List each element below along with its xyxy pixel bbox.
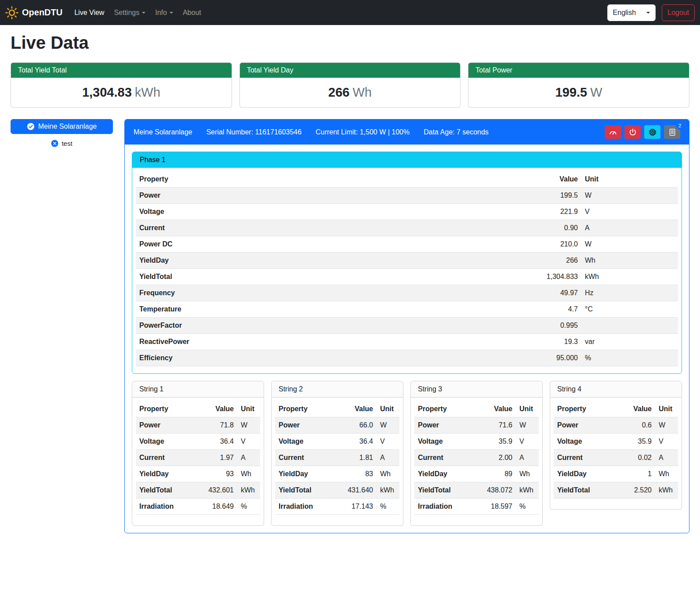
row-unit: % [516,499,539,515]
row-property: Power [554,417,616,434]
table-row: Irradiation18.597% [414,499,539,515]
row-property: YieldDay [136,253,403,269]
nav-settings[interactable]: Settings [109,5,150,20]
table-header-row: Property Value Unit [136,171,678,188]
nav-right: English Logout [607,4,695,21]
row-property: Current [414,450,472,466]
row-property: YieldDay [275,466,332,482]
sidebar-item-test-label: test [62,140,72,147]
row-unit: % [581,350,678,366]
card-unit: kWh [135,85,160,99]
card-value: 266 [328,85,349,99]
nav-settings-label: Settings [114,9,139,17]
row-property: ReactivePower [136,334,403,350]
language-select[interactable]: English [607,4,656,21]
nav-info[interactable]: Info [150,5,178,20]
brand-label: OpenDTU [22,7,62,18]
nav-about[interactable]: About [178,5,206,20]
string-card-3: String 3 Property Value Unit [410,381,543,526]
card-title: Total Power [468,63,689,78]
card-body: 1,304.83kWh [11,78,232,107]
card-body: 266Wh [240,78,461,107]
row-property: Current [136,450,193,466]
row-unit: Wh [581,253,678,269]
row-value: 17.143 [332,499,377,515]
table-row: Current1.81A [275,450,399,466]
row-value: 19.3 [403,334,581,350]
row-value: 1 [616,466,655,482]
row-unit: var [581,334,678,350]
row-property: Current [275,450,332,466]
table-row: YieldTotal1,304.833kWh [136,269,678,285]
row-unit: % [237,499,260,515]
row-value: 83 [332,466,377,482]
limit-settings-button[interactable] [605,125,621,139]
nav-live-view[interactable]: Live View [69,5,109,20]
column-value: Value [193,401,238,417]
row-unit: % [377,499,399,515]
row-unit: W [581,236,678,253]
row-value: 0.02 [616,450,655,466]
device-info-button[interactable] [644,125,660,139]
language-select-value: English [613,9,636,17]
row-property: Power [414,417,472,434]
power-button[interactable] [624,125,641,139]
row-property: Current [554,450,616,466]
table-row: Frequency49.97Hz [136,285,678,301]
table-row: Power199.5W [136,188,678,204]
string-card-1: String 1 Property Value Unit [132,381,264,526]
inverter-sidebar: Meine Solaranlage test [11,119,113,147]
row-property: YieldTotal [275,482,332,499]
row-property: YieldTotal [554,482,616,499]
row-unit: kWh [655,482,678,499]
row-property: YieldDay [554,466,616,482]
table-header-row: Property Value Unit [414,401,539,417]
journal-list-icon [668,128,676,136]
string-body: Property Value Unit Power71.8W Voltage36… [132,398,264,525]
row-unit: V [377,434,399,450]
row-unit: Wh [655,466,678,482]
table-row: Power71.6W [414,417,539,434]
string-table: Property Value Unit Power71.6W Voltage35… [414,401,539,515]
row-property: Irradiation [136,499,193,515]
sidebar-item-test[interactable]: test [11,140,113,147]
table-row: YieldTotal438.072kWh [414,482,539,499]
page-title: Live Data [11,33,689,53]
row-value: 71.8 [193,417,238,434]
string-body: Property Value Unit Power0.6W Voltage35.… [550,398,682,509]
inverter-panel-header: Meine Solaranlage Serial Number: 1161716… [125,119,689,145]
row-unit: A [377,450,399,466]
row-value: 93 [193,466,238,482]
table-row: Voltage36.4V [275,434,399,450]
row-property: Irradiation [275,499,332,515]
nav-info-label: Info [155,9,167,17]
row-property: YieldDay [136,466,193,482]
row-unit: W [516,417,539,434]
row-property: Power [275,417,332,434]
column-value: Value [332,401,377,417]
table-row: Power71.8W [136,417,260,434]
row-unit: W [377,417,399,434]
card-unit: Wh [352,85,372,99]
row-property: YieldDay [414,466,472,482]
x-circle-icon[interactable] [51,140,58,147]
phase-title: Phase 1 [132,152,682,168]
table-header-row: Property Value Unit [554,401,678,417]
row-property: Voltage [275,434,332,450]
string-title: String 3 [411,381,542,398]
string-body: Property Value Unit Power66.0W Voltage36… [272,398,403,525]
sidebar-item-inverter[interactable]: Meine Solaranlage [11,119,113,134]
table-row: Voltage221.9V [136,204,678,220]
logout-button[interactable]: Logout [662,4,695,21]
row-value: 49.97 [403,285,581,301]
chevron-down-icon [170,12,173,14]
row-value: 1,304.833 [403,269,581,285]
string-body: Property Value Unit Power71.6W Voltage35… [411,398,542,525]
strings-grid: String 1 Property Value Unit [132,381,682,526]
event-log-button[interactable]: 2 [664,125,680,139]
brand[interactable]: OpenDTU [5,6,62,19]
row-unit: W [581,188,678,204]
row-unit: °C [581,301,678,318]
row-property: YieldTotal [414,482,472,499]
phase-body: Property Value Unit Power199.5W Voltage2… [132,168,682,373]
